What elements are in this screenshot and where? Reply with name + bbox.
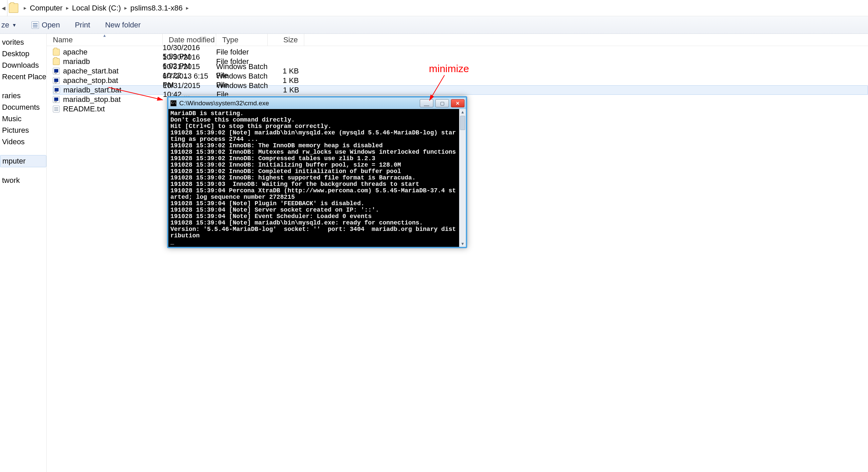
sidebar-item-favorites[interactable]: vorites [0,37,46,48]
scroll-up-icon[interactable]: ▲ [459,109,466,115]
organize-button[interactable]: ze ▼ [0,19,19,31]
sidebar-item-videos[interactable]: Videos [0,136,46,148]
chevron-right-icon[interactable]: ▸ [124,5,127,11]
crumb-folder[interactable]: pslims8.3.1-x86 [130,4,183,13]
cmd-window[interactable]: C:\Windows\system32\cmd.exe __ ▢ ✕ Maria… [167,96,467,248]
cmd-output: MariaDB is starting. Don't close this co… [168,109,459,247]
file-name: mariadb_start.bat [63,86,121,94]
maximize-button[interactable]: ▢ [435,99,449,107]
newfolder-label: New folder [105,21,141,29]
folder-icon [53,49,60,56]
file-name: README.txt [63,105,105,113]
column-size[interactable]: Size [268,34,304,46]
crumb-localdisk[interactable]: Local Disk (C:) [72,4,121,13]
batch-file-icon [53,96,60,103]
sidebar-item-documents[interactable]: Documents [0,102,46,113]
cmd-titlebar[interactable]: C:\Windows\system32\cmd.exe __ ▢ ✕ [168,98,466,109]
nav-back-chevron[interactable]: ◂ [0,0,7,16]
file-size: 1 KB [268,76,299,85]
sidebar-item-libraries[interactable]: raries [0,90,46,102]
column-name-label: Name [53,36,73,44]
minimize-button[interactable]: __ [420,99,433,107]
file-name: mariadb_stop.bat [63,95,121,104]
batch-file-icon [53,87,60,93]
scroll-down-icon[interactable]: ▼ [459,241,466,247]
file-size: 1 KB [268,86,299,94]
chevron-down-icon: ▼ [12,22,17,28]
column-name[interactable]: Name ▴ [47,34,163,46]
sidebar-item-pictures[interactable]: Pictures [0,125,46,136]
batch-file-icon [53,77,60,84]
chevron-right-icon[interactable]: ▸ [24,5,26,11]
file-name: apache_start.bat [63,67,119,76]
open-label: Open [42,21,60,29]
sidebar-item-recentplaces[interactable]: Recent Places [0,71,46,83]
column-date[interactable]: Date modified [163,34,216,46]
file-name: apache [63,48,87,57]
sidebar: vorites Desktop Downloads Recent Places … [0,34,47,472]
organize-label: ze [1,21,9,29]
cmd-icon [170,100,177,106]
crumb-computer[interactable]: Computer [30,4,63,13]
batch-file-icon [53,68,60,74]
file-name: apache_stop.bat [63,76,118,85]
open-button[interactable]: Open [29,19,63,31]
chevron-right-icon[interactable]: ▸ [66,5,69,11]
scroll-thumb[interactable] [460,116,465,130]
file-name: mariadb [63,57,90,66]
toolbar: ze ▼ Open Print New folder [0,16,868,34]
address-bar: ◂ ▸ Computer ▸ Local Disk (C:) ▸ pslims8… [0,0,868,16]
chevron-right-icon[interactable]: ▸ [186,5,189,11]
text-file-icon [53,106,60,112]
newfolder-button[interactable]: New folder [102,19,143,31]
file-type: File folder [216,48,268,57]
sidebar-item-downloads[interactable]: Downloads [0,60,46,71]
close-button[interactable]: ✕ [451,99,464,107]
sort-ascending-icon: ▴ [103,33,106,38]
cmd-title-text: C:\Windows\system32\cmd.exe [179,100,417,107]
open-icon [32,21,39,29]
annotation-minimize-label: minimize [429,63,469,74]
sidebar-item-music[interactable]: Music [0,113,46,125]
folder-icon [9,3,18,13]
sidebar-item-network[interactable]: twork [0,175,46,186]
sidebar-item-desktop[interactable]: Desktop [0,48,46,60]
column-headers: Name ▴ Date modified Type Size [47,34,868,46]
file-row[interactable]: mariadb_start.bat10/31/2015 10:42 ...Win… [53,85,868,95]
column-type[interactable]: Type [216,34,268,46]
file-size: 1 KB [268,67,299,76]
print-label: Print [75,21,90,29]
print-button[interactable]: Print [72,19,93,31]
cmd-scrollbar[interactable]: ▲ ▼ [459,109,466,247]
sidebar-item-computer[interactable]: mputer [0,155,46,167]
folder-icon [53,58,60,65]
